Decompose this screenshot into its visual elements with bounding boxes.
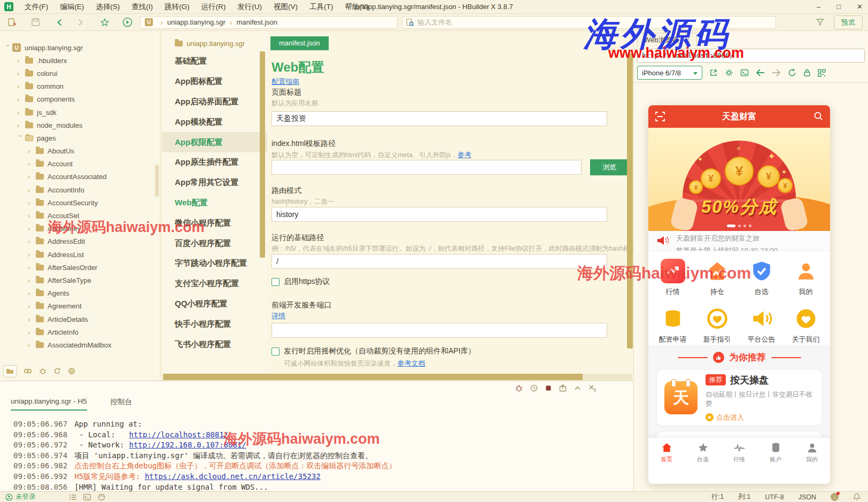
tab-account[interactable]: 账户: [757, 442, 794, 484]
menu-edit[interactable]: 编辑(E): [54, 0, 90, 14]
menu-goto[interactable]: 跳转(G): [159, 0, 196, 14]
menu-tools[interactable]: 工具(T): [304, 0, 339, 14]
page-title-input[interactable]: [272, 111, 607, 126]
nav-back-icon[interactable]: [756, 69, 765, 76]
file-search-box[interactable]: [402, 16, 776, 29]
nav-item-alipay[interactable]: 支付宝小程序配置: [162, 274, 267, 294]
outline-list-icon[interactable]: [69, 494, 76, 500]
https-checkbox-row[interactable]: 启用https协议: [272, 277, 330, 287]
tree-item[interactable]: ›node_modules: [0, 119, 160, 132]
breadcrumb-file[interactable]: manifest.json: [236, 18, 277, 26]
qr-code-icon[interactable]: [818, 69, 826, 77]
horizontal-scrollbar[interactable]: [163, 374, 632, 380]
tree-item[interactable]: ›AccountAssociated: [0, 171, 160, 183]
browse-button[interactable]: 浏览: [590, 159, 629, 175]
chevron-down-icon[interactable]: ›: [4, 44, 12, 52]
tree-item[interactable]: ›ArticleDetails: [0, 313, 160, 326]
nav-item-bytedance[interactable]: 字节跳动小程序配置: [162, 253, 267, 274]
export-icon[interactable]: [559, 384, 567, 392]
tree-item[interactable]: ›Agents: [0, 287, 160, 300]
tree-item[interactable]: ›Account: [0, 158, 160, 171]
chevron-right-icon[interactable]: ›: [28, 276, 36, 284]
console-tab-h5[interactable]: uniapp.tianying.sgr - H5: [11, 397, 87, 411]
menu-publish[interactable]: 发行(U): [231, 0, 268, 14]
nav-item-web[interactable]: Web配置: [162, 193, 267, 213]
stop-icon[interactable]: [545, 384, 552, 392]
filter-funnel-icon[interactable]: [815, 17, 825, 28]
scan-icon[interactable]: [655, 111, 665, 122]
tree-item[interactable]: ›common: [0, 80, 160, 93]
menu-run[interactable]: 运行(R): [196, 0, 232, 14]
close-tab-icon[interactable]: ✕: [685, 36, 690, 44]
grid-item-positions[interactable]: 持仓: [695, 259, 739, 298]
nav-item-basic[interactable]: 基础配置: [162, 51, 267, 72]
console-tab-main[interactable]: 控制台: [111, 397, 133, 411]
notice-bar[interactable]: 天盈财富开启您的财富之旅 苹果最大限上线时间 19:30-23:00: [648, 231, 830, 251]
update-download-icon[interactable]: ↓: [831, 493, 839, 501]
run-icon[interactable]: [122, 17, 133, 28]
search-icon[interactable]: [813, 111, 824, 121]
close-button[interactable]: ✕: [857, 0, 863, 14]
grid-item-financing[interactable]: 配资申请: [650, 306, 695, 345]
nav-item-app-other[interactable]: App常用其它设置: [162, 173, 267, 193]
search-input[interactable]: [417, 18, 738, 26]
tree-item[interactable]: ›AboutUs: [0, 145, 160, 158]
breadcrumb-project[interactable]: uniapp.tianying.sgr: [167, 18, 226, 26]
detail-link[interactable]: 详情: [272, 311, 285, 321]
localhost-link[interactable]: http://localhost:8081/: [129, 430, 228, 439]
forward-icon[interactable]: [75, 17, 86, 28]
menu-select[interactable]: 选择(S): [90, 0, 126, 14]
chevron-down-icon[interactable]: ›: [17, 135, 25, 143]
tree-item[interactable]: ›components: [0, 93, 160, 106]
device-select[interactable]: iPhone 6/7/8: [637, 66, 702, 80]
promo-banner[interactable]: ✦ ✦ ✧ ✦ ¥ ¥ ¥ ¥ ¥ 50%分成: [648, 128, 830, 231]
new-file-icon[interactable]: [6, 17, 17, 28]
terminal-icon[interactable]: [83, 494, 91, 500]
collapse-panel-icon[interactable]: [574, 384, 582, 392]
config-guide-link[interactable]: 配置指南: [272, 77, 299, 87]
login-status[interactable]: 未登录: [5, 492, 36, 501]
chevron-right-icon[interactable]: ›: [28, 289, 36, 297]
chevron-right-icon[interactable]: ›: [28, 251, 36, 259]
card-enter-link[interactable]: ★ 点击进入: [706, 413, 814, 422]
bug-icon[interactable]: [39, 367, 46, 375]
chevron-right-icon[interactable]: ›: [17, 95, 25, 103]
tab-watchlist[interactable]: 自选: [685, 442, 721, 484]
refresh-icon[interactable]: [53, 367, 61, 375]
tree-item[interactable]: ›AssociatedmMailbox: [0, 338, 160, 351]
url-bar[interactable]: http://localhost:8080/: [637, 49, 865, 63]
globe-icon[interactable]: [68, 367, 75, 375]
tab-manifest-json[interactable]: manifest.json: [270, 36, 329, 50]
reference-doc-link[interactable]: 参考文档: [398, 359, 425, 367]
tree-item[interactable]: ›Agreement: [0, 300, 160, 313]
tab-web-browser[interactable]: Web浏览器 ✕: [637, 33, 697, 47]
clear-console-icon[interactable]: [588, 384, 596, 392]
nav-item-feishu[interactable]: 飞书小程序配置: [162, 334, 267, 354]
chevron-right-icon[interactable]: ›: [28, 173, 36, 181]
tree-item[interactable]: ›AddressList: [0, 248, 160, 261]
favorite-star-icon[interactable]: [99, 17, 110, 28]
grid-item-watchlist[interactable]: 自选: [739, 259, 784, 298]
tree-item[interactable]: ›AfterSalesOrder: [0, 261, 160, 274]
router-mode-input[interactable]: [272, 207, 607, 222]
grid-item-mine[interactable]: 我的: [784, 259, 828, 298]
bell-icon[interactable]: [853, 493, 861, 501]
treeshake-checkbox-row[interactable]: 发行时启用摇树优化（自动裁剪没有使用的组件和API库）: [272, 346, 476, 356]
tab-mine[interactable]: 我的: [794, 442, 830, 484]
chevron-right-icon[interactable]: ›: [17, 82, 25, 90]
tree-item[interactable]: ›AccountInfo: [0, 183, 160, 196]
chevron-right-icon[interactable]: ›: [17, 109, 25, 117]
console-terminal-icon[interactable]: [740, 68, 749, 77]
tree-item[interactable]: ›.hbuilderx: [0, 54, 160, 67]
chevron-right-icon[interactable]: ›: [17, 69, 25, 78]
checkbox-unchecked-icon[interactable]: [272, 278, 280, 286]
chevron-right-icon[interactable]: ›: [28, 302, 36, 310]
chevron-right-icon[interactable]: ›: [28, 225, 36, 233]
open-external-icon[interactable]: [709, 68, 718, 77]
chevron-right-icon[interactable]: ›: [28, 264, 36, 272]
tree-item-project[interactable]: ›Uuniapp.tianying.sgr: [0, 41, 160, 54]
chevron-right-icon[interactable]: ›: [28, 147, 36, 155]
menu-view[interactable]: 视图(V): [268, 0, 304, 14]
nav-item-weixin[interactable]: 微信小程序配置: [162, 213, 267, 233]
save-icon[interactable]: [30, 17, 41, 28]
